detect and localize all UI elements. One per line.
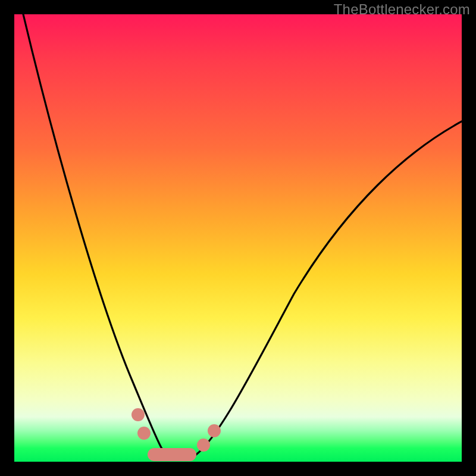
plot-area xyxy=(14,14,462,462)
trough-marker xyxy=(148,448,196,461)
curve-layer xyxy=(14,14,462,462)
bottleneck-curve xyxy=(23,14,462,457)
curve-marker xyxy=(131,408,145,421)
chart-frame: TheBottlenecker.com xyxy=(0,0,476,476)
curve-marker xyxy=(197,439,210,452)
curve-marker xyxy=(137,427,151,440)
curve-marker xyxy=(208,424,221,437)
